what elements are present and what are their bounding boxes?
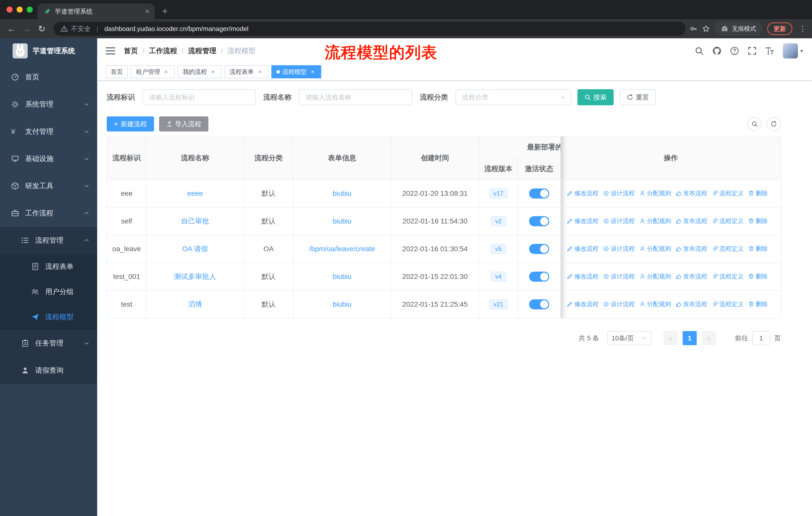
fullscreen-icon[interactable] [748,46,757,55]
active-toggle[interactable] [529,216,549,226]
process-definition-link[interactable]: 流程定义 [712,189,744,197]
delete-link[interactable]: 删除 [748,217,768,225]
close-tag-icon[interactable]: × [163,68,170,75]
sidebar-item-system[interactable]: 系统管理 [0,91,97,118]
delete-link[interactable]: 删除 [748,300,768,308]
star-icon[interactable] [702,25,710,32]
minimize-window-button[interactable] [17,6,23,12]
sidebar-item-process-manage[interactable]: 流程管理 [0,227,97,254]
browser-tab[interactable]: 芋道管理系统 × [38,3,154,19]
form-info-link[interactable]: biubiu [333,273,352,280]
modify-process-link[interactable]: 修改流程 [567,300,599,308]
key-icon[interactable] [690,25,697,32]
page-size-select[interactable]: 10条/页 [607,331,651,345]
breadcrumb-item[interactable]: 首页 [124,46,138,56]
modify-process-link[interactable]: 修改流程 [567,272,599,280]
assign-rule-link[interactable]: 分配规则 [639,245,671,253]
sidebar-item-workflow[interactable]: 工作流程 [0,199,97,227]
active-toggle[interactable] [529,272,549,282]
design-process-link[interactable]: 设计流程 [603,245,635,253]
process-name-link[interactable]: 滔博 [188,300,202,308]
sidebar-item-user-group[interactable]: 用户分组 [0,279,97,304]
sidebar-item-payment[interactable]: ¥支付管理 [0,118,97,145]
question-icon[interactable] [730,46,739,55]
publish-process-link[interactable]: 发布流程 [675,245,707,253]
process-name-link[interactable]: 自己审批 [181,217,209,225]
next-page-button[interactable]: › [702,331,716,345]
github-icon[interactable] [712,46,721,55]
sidebar-item-process-form[interactable]: 流程表单 [0,254,97,279]
delete-link[interactable]: 删除 [748,189,768,197]
close-tag-icon[interactable]: × [209,68,216,75]
delete-link[interactable]: 删除 [748,272,768,280]
assign-rule-link[interactable]: 分配规则 [639,272,671,280]
close-tag-icon[interactable]: × [309,68,316,75]
active-toggle[interactable] [529,188,549,198]
new-tab-button[interactable]: + [162,4,168,18]
tag-process-form[interactable]: 流程表单× [225,65,268,78]
user-menu[interactable]: ▾ [783,43,803,58]
process-definition-link[interactable]: 流程定义 [712,217,744,225]
process-name-link[interactable]: OA 请假 [182,245,208,253]
process-definition-link[interactable]: 流程定义 [712,300,744,308]
reload-button[interactable]: ↻ [34,19,49,38]
tag-tenant[interactable]: 租户管理× [131,65,175,78]
hamburger-icon[interactable] [106,47,115,54]
search-button[interactable]: 搜索 [577,89,614,105]
breadcrumb-item[interactable]: 流程管理 [188,46,216,56]
process-definition-link[interactable]: 流程定义 [712,245,744,253]
design-process-link[interactable]: 设计流程 [603,189,635,197]
sidebar-item-home[interactable]: 首页 [0,63,97,91]
refresh-table-button[interactable] [767,117,781,131]
sidebar-item-process-model[interactable]: 流程模型 [0,304,97,330]
modify-process-link[interactable]: 修改流程 [567,217,599,225]
sidebar-item-devtools[interactable]: 研发工具 [0,172,97,199]
address-bar[interactable]: 不安全 | dashboard.yudao.iocoder.cn/bpm/man… [53,22,686,36]
sidebar-item-task-manage[interactable]: 任务管理 [0,330,97,357]
active-toggle[interactable] [529,244,549,254]
publish-process-link[interactable]: 发布流程 [675,189,707,197]
browser-menu-icon[interactable]: ⋮ [798,24,808,33]
back-button[interactable]: ← [4,19,19,38]
update-button[interactable]: 更新 [767,22,792,35]
reset-button[interactable]: 重置 [620,89,656,105]
search-icon[interactable] [695,46,704,55]
goto-page-input[interactable] [752,331,770,345]
maximize-window-button[interactable] [27,6,33,12]
avatar[interactable] [783,43,798,58]
form-info-link[interactable]: biubiu [333,189,352,197]
assign-rule-link[interactable]: 分配规则 [639,300,671,308]
form-info-link[interactable]: biubiu [333,300,352,308]
tag-process-model[interactable]: 流程模型× [271,65,321,78]
tag-home[interactable]: 首页 [106,65,128,78]
process-definition-link[interactable]: 流程定义 [712,272,744,280]
delete-link[interactable]: 删除 [748,245,768,253]
modify-process-link[interactable]: 修改流程 [567,245,599,253]
assign-rule-link[interactable]: 分配规则 [639,189,671,197]
publish-process-link[interactable]: 发布流程 [675,217,707,225]
active-toggle[interactable] [529,299,549,309]
design-process-link[interactable]: 设计流程 [603,272,635,280]
design-process-link[interactable]: 设计流程 [603,300,635,308]
publish-process-link[interactable]: 发布流程 [675,272,707,280]
tag-my-process[interactable]: 我的流程× [178,65,222,78]
process-name-link[interactable]: eeee [187,189,203,197]
process-id-input[interactable] [142,89,256,105]
process-category-select[interactable]: 流程分类 [456,89,571,105]
close-tab-icon[interactable]: × [145,7,149,16]
close-tag-icon[interactable]: × [256,68,263,75]
toggle-search-button[interactable] [748,117,762,131]
current-page-button[interactable]: 1 [683,331,697,345]
prev-page-button[interactable]: ‹ [664,331,677,345]
close-window-button[interactable] [6,6,12,12]
import-process-button[interactable]: 导入流程 [159,116,208,132]
process-name-link[interactable]: 测试多审批人 [174,273,216,280]
design-process-link[interactable]: 设计流程 [603,217,635,225]
create-process-button[interactable]: + 新建流程 [107,116,154,132]
modify-process-link[interactable]: 修改流程 [567,189,599,197]
fontsize-icon[interactable] [765,46,774,55]
form-info-link[interactable]: biubiu [333,217,352,225]
breadcrumb-item[interactable]: 工作流程 [149,46,177,56]
assign-rule-link[interactable]: 分配规则 [639,217,671,225]
sidebar-item-leave-query[interactable]: 请假查询 [0,357,97,384]
